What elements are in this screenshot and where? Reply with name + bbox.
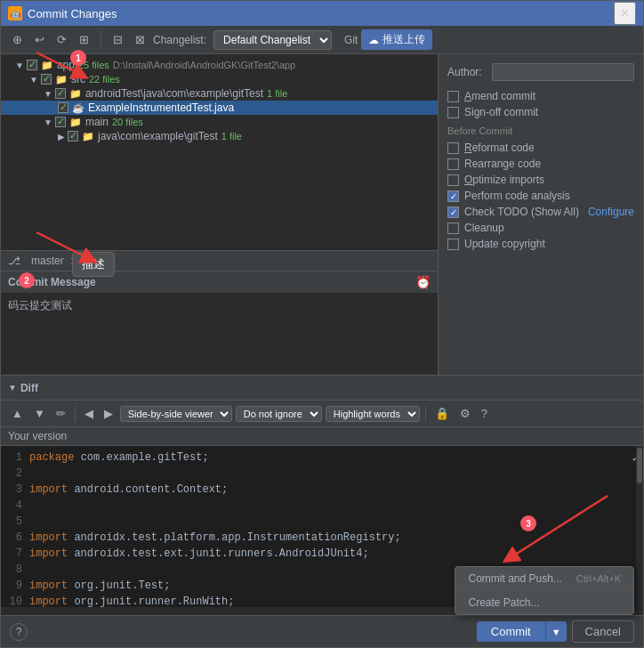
amend-commit-checkbox[interactable] <box>447 91 459 102</box>
changelist-select[interactable]: Default Changelist <box>213 30 332 50</box>
check-todo-row: Check TODO (Show All) Configure <box>447 206 634 218</box>
status-bar: ⎇ master 25 added <box>1 250 438 271</box>
expand-arrow: ▼ <box>15 61 24 70</box>
close-button[interactable]: × <box>614 2 636 25</box>
code-line: 3 import android.content.Context; <box>1 482 643 498</box>
author-input[interactable] <box>492 63 634 81</box>
checkbox-exampletest[interactable] <box>58 102 68 113</box>
optimize-imports-checkbox[interactable] <box>447 174 459 186</box>
scrollbar[interactable] <box>636 446 643 607</box>
lock-btn[interactable]: 🔒 <box>431 405 453 422</box>
checkbox-androidtest[interactable] <box>55 88 66 99</box>
item-badge: 1 file <box>267 88 287 99</box>
diff-sep-1 <box>75 406 76 422</box>
cleanup-label: Cleanup <box>464 222 504 234</box>
java-file-icon: ☕ <box>72 102 85 114</box>
item-badge: 22 files <box>89 74 120 85</box>
code-line: 2 <box>1 466 643 482</box>
checkbox-java[interactable] <box>68 131 78 142</box>
viewer-select[interactable]: Side-by-side viewer <box>120 406 232 422</box>
expand-arrow: ▶ <box>58 132 65 142</box>
check-todo-checkbox[interactable] <box>447 207 459 218</box>
signoff-commit-checkbox[interactable] <box>447 107 459 118</box>
diff-next-btn[interactable]: ▶ <box>101 405 117 422</box>
tree-item-app[interactable]: ▼ 📁 app 25 files D:\Install\Android\Andr… <box>1 58 438 72</box>
bottom-right: Commit ▼ Cancel <box>477 620 634 643</box>
highlight-select[interactable]: Highlight words <box>326 406 420 422</box>
app-icon: 🤖 <box>8 6 22 20</box>
commit-msg-icon[interactable]: ⏰ <box>415 275 431 289</box>
window-title: Commit Changes <box>28 7 608 20</box>
code-line: 6 import androidx.test.platform.app.Inst… <box>1 530 643 546</box>
undo-button[interactable]: ↩ <box>30 30 49 49</box>
cancel-button[interactable]: Cancel <box>572 620 634 643</box>
diff-title: Diff <box>20 382 38 394</box>
perform-code-analysis-row: Perform code analysis <box>447 190 634 202</box>
update-copyright-checkbox[interactable] <box>447 239 459 250</box>
settings-btn[interactable]: ⚙ <box>456 405 474 422</box>
item-badge: 20 files <box>112 117 143 127</box>
commit-changes-window: 🤖 Commit Changes × ⊕ ↩ ⟳ ⊞ ⊟ ⊠ Changelis… <box>0 0 644 648</box>
diff-down-btn[interactable]: ▼ <box>30 405 49 422</box>
git-label: Git <box>344 34 358 46</box>
expand-button[interactable]: ⊠ <box>131 30 149 49</box>
cleanup-checkbox[interactable] <box>447 223 459 234</box>
commit-button[interactable]: Commit <box>477 621 546 642</box>
tree-item-androidtest[interactable]: ▼ 📁 androidTest\java\com\example\gitTest… <box>1 86 438 101</box>
item-label: androidTest\java\com\example\gitTest <box>85 87 263 100</box>
tree-item-java[interactable]: ▶ 📁 java\com\example\gitTest 1 file <box>1 129 438 143</box>
signoff-commit-row: Sign-off commit <box>447 106 634 118</box>
bottom-bar: ? Commit ▼ Cancel <box>1 615 643 647</box>
tree-item-exampletest[interactable]: ☕ ExampleInstrumentedTest.java <box>1 101 438 115</box>
signoff-commit-label: Sign-off commit <box>464 106 538 118</box>
tree-item-src[interactable]: ▼ 📁 src 22 files <box>1 72 438 86</box>
checkbox-app[interactable] <box>27 60 37 70</box>
diff-sep-2 <box>425 406 426 422</box>
help-diff-btn[interactable]: ? <box>478 405 491 422</box>
diff-toolbar: ▲ ▼ ✏ ◀ ▶ Side-by-side viewer Do not ign… <box>1 401 643 427</box>
commit-dropdown-arrow[interactable]: ▼ <box>546 621 567 642</box>
checkbox-main[interactable] <box>55 117 66 127</box>
diff-edit-btn[interactable]: ✏ <box>52 405 69 422</box>
commit-and-push-label: Commit and Push... <box>468 572 561 585</box>
diff-up-btn[interactable]: ▲ <box>8 405 27 422</box>
file-tree[interactable]: ▼ 📁 app 25 files D:\Install\Android\Andr… <box>1 54 438 250</box>
item-label: java\com\example\gitTest <box>98 130 218 142</box>
help-button[interactable]: ? <box>10 623 28 641</box>
diff-header: ▼ Diff <box>1 376 643 401</box>
diff-collapse-icon[interactable]: ▼ <box>8 383 17 393</box>
checkbox-src[interactable] <box>41 74 52 85</box>
changelist-label: Changelist: <box>153 34 206 46</box>
rearrange-code-checkbox[interactable] <box>447 158 459 170</box>
reformat-code-checkbox[interactable] <box>447 142 459 154</box>
check-todo-label: Check TODO (Show All) <box>464 206 579 218</box>
diff-prev-btn[interactable]: ◀ <box>81 405 97 422</box>
code-line: 4 <box>1 498 643 514</box>
item-label: src <box>71 73 85 85</box>
collapse-button[interactable]: ⊟ <box>109 30 127 49</box>
update-copyright-row: Update copyright <box>447 238 634 250</box>
perform-code-analysis-checkbox[interactable] <box>447 190 459 202</box>
branch-icon: ⎇ <box>8 255 20 267</box>
item-path: D:\Install\Android\AndroidGK\GitTest2\ap… <box>113 60 295 70</box>
folder-icon: 📁 <box>82 131 94 142</box>
rearrange-code-row: Rearrange code <box>447 158 634 170</box>
commit-msg-label: Commit Message <box>8 276 96 288</box>
configure-link[interactable]: Configure <box>588 206 634 218</box>
toolbar-btn-1[interactable]: ⊕ <box>8 30 27 49</box>
refresh-button[interactable]: ⟳ <box>52 30 71 49</box>
toolbar-sep-1 <box>101 31 101 49</box>
folder-icon: 📁 <box>55 74 68 85</box>
folder-icon: 📁 <box>69 117 82 128</box>
diff-version-label: Your version <box>1 427 643 446</box>
push-button[interactable]: ☁ 推送上传 <box>361 29 432 50</box>
group-button[interactable]: ⊞ <box>75 30 93 49</box>
commit-msg-header: Commit Message ⏰ <box>1 271 438 293</box>
ignore-select[interactable]: Do not ignore <box>236 406 322 422</box>
rearrange-code-label: Rearrange code <box>464 158 541 170</box>
author-label: Author: <box>447 66 487 78</box>
commit-and-push-item[interactable]: Commit and Push... Ctrl+Alt+K <box>455 567 633 590</box>
create-patch-item[interactable]: Create Patch... <box>455 591 633 614</box>
before-commit-title: Before Commit <box>447 126 634 136</box>
tree-item-main[interactable]: ▼ 📁 main 20 files <box>1 115 438 129</box>
